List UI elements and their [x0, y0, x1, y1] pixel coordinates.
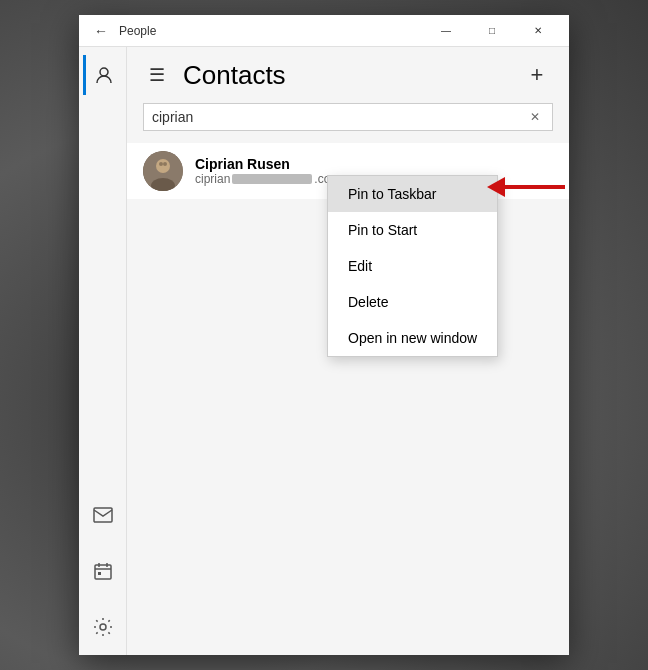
- settings-icon-btn[interactable]: [83, 607, 123, 647]
- app-body: ☰ Contacts + ✕: [79, 47, 569, 655]
- maximize-button[interactable]: □: [469, 15, 515, 47]
- search-clear-button[interactable]: ✕: [526, 108, 544, 126]
- avatar-image: [143, 151, 183, 191]
- sidebar: [79, 47, 127, 655]
- search-bar: ✕: [143, 103, 553, 131]
- svg-point-4: [100, 624, 106, 630]
- context-menu: Pin to Taskbar Pin to Start Edit Delete …: [327, 175, 498, 357]
- svg-rect-1: [94, 508, 112, 522]
- calendar-icon-btn[interactable]: [83, 551, 123, 591]
- mail-icon-btn[interactable]: [83, 495, 123, 535]
- contact-lastname: Rusen: [243, 156, 290, 172]
- email-blur: [232, 174, 312, 184]
- svg-point-8: [159, 162, 163, 166]
- app-name-label: People: [119, 24, 423, 38]
- avatar: [143, 151, 183, 191]
- sidebar-top: [83, 55, 123, 95]
- arrow-indicator: [487, 177, 565, 197]
- app-header: ☰ Contacts +: [127, 47, 569, 99]
- hamburger-button[interactable]: ☰: [143, 61, 171, 89]
- page-title: Contacts: [183, 60, 521, 91]
- context-menu-pin-start[interactable]: Pin to Start: [328, 212, 497, 248]
- svg-point-6: [156, 159, 170, 173]
- contact-firstname: Ciprian: [195, 156, 243, 172]
- arrow-head: [487, 177, 505, 197]
- close-button[interactable]: ✕: [515, 15, 561, 47]
- svg-point-0: [100, 68, 108, 76]
- svg-rect-3: [98, 572, 101, 575]
- main-area: ☰ Contacts + ✕: [127, 47, 569, 655]
- context-menu-delete[interactable]: Delete: [328, 284, 497, 320]
- sidebar-bottom: [83, 495, 123, 647]
- title-bar: ← People — □ ✕: [79, 15, 569, 47]
- context-menu-open-new[interactable]: Open in new window: [328, 320, 497, 356]
- back-button[interactable]: ←: [87, 17, 115, 45]
- contact-list: Ciprian Rusen ciprian.com Pin to Taskbar…: [127, 139, 569, 203]
- email-prefix: ciprian: [195, 172, 230, 186]
- minimize-button[interactable]: —: [423, 15, 469, 47]
- desktop: ← People — □ ✕: [0, 0, 648, 670]
- svg-rect-2: [95, 565, 111, 579]
- context-menu-edit[interactable]: Edit: [328, 248, 497, 284]
- contact-name: Ciprian Rusen: [195, 156, 553, 172]
- sidebar-item-people[interactable]: [83, 55, 123, 95]
- svg-point-9: [163, 162, 167, 166]
- add-contact-button[interactable]: +: [521, 59, 553, 91]
- context-menu-pin-taskbar[interactable]: Pin to Taskbar: [328, 176, 497, 212]
- arrow-line: [505, 185, 565, 189]
- search-input[interactable]: [152, 109, 526, 125]
- window-controls: — □ ✕: [423, 15, 561, 47]
- app-window: ← People — □ ✕: [79, 15, 569, 655]
